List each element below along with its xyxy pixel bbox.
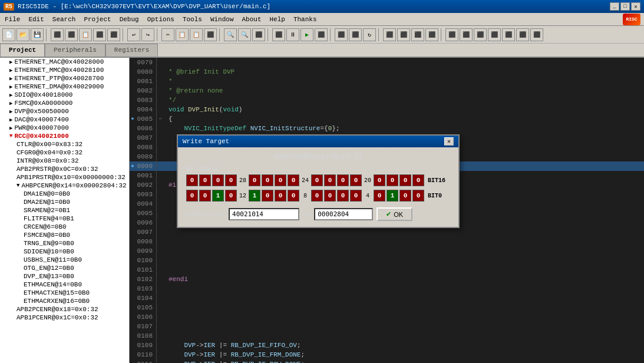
bit-0[interactable]: 0 (412, 190, 424, 202)
tree-item-dac[interactable]: ▶DAC@0x40007400 (0, 116, 129, 124)
tb-b1[interactable]: ⬛ (93, 28, 106, 41)
tb-copy2[interactable]: ⬛ (51, 28, 64, 41)
tb-play[interactable]: ▶ (300, 28, 313, 41)
tree-item-usbhs-en[interactable]: USBHS_EN@11=0B0 (0, 256, 129, 264)
bit-27[interactable]: 0 (249, 174, 260, 186)
tb-undo[interactable]: ↩ (127, 28, 140, 41)
bit-8[interactable]: 0 (288, 190, 299, 202)
tb-d2[interactable]: ⬛ (349, 28, 362, 41)
tb-b2[interactable]: ⬛ (107, 28, 120, 41)
tree-item-ahbpcenr[interactable]: ▼AHBPCENR@0x14=0x00002804:32 (0, 182, 129, 190)
tb-e2[interactable]: ⬛ (397, 28, 410, 41)
menu-debug[interactable]: Debug (116, 15, 143, 24)
title-bar-controls[interactable]: _ □ ✕ (610, 2, 640, 11)
bit-11[interactable]: 1 (249, 190, 260, 202)
tree-item-dma2en[interactable]: DMA2EN@1=0B0 (0, 198, 129, 206)
value-input[interactable] (314, 208, 373, 220)
tb-f4[interactable]: ⬛ (488, 28, 501, 41)
tb-f5[interactable]: ⬛ (502, 28, 515, 41)
menu-tools[interactable]: Tools (179, 15, 206, 24)
tb-open[interactable]: 📂 (16, 28, 29, 41)
tab-project[interactable]: Project (0, 44, 45, 57)
tb-pause[interactable]: ⏸ (286, 28, 299, 41)
tree-item-dma1en[interactable]: DMA1EN@0=0B0 (0, 190, 129, 198)
address-input[interactable] (229, 208, 299, 220)
tree-item-ethernet-mac[interactable]: ▶ETHERNET_MAC@0x40028000 (0, 58, 129, 66)
menu-project[interactable]: Project (80, 15, 114, 24)
tb-e3[interactable]: ⬛ (411, 28, 424, 41)
bit-2[interactable]: 1 (387, 190, 398, 202)
tree-item-ethernet-dma[interactable]: ▶ETHERNET_DMA@0x40029000 (0, 82, 129, 91)
tab-peripherals[interactable]: Peripherals (45, 44, 105, 57)
tree-item-apb2prstr[interactable]: APB2PRSTR@0x0C=0x0:32 (0, 165, 129, 173)
ok-button[interactable]: ✔ OK (377, 207, 412, 221)
tb-search[interactable]: 🔍 (224, 28, 237, 41)
menu-help[interactable]: Help (266, 15, 289, 24)
bit-24[interactable]: 0 (288, 174, 299, 186)
bit-25[interactable]: 0 (275, 174, 286, 186)
tree-item-dvp-en[interactable]: DVP_EN@13=0B0 (0, 272, 129, 280)
bit-10[interactable]: 0 (262, 190, 273, 202)
bit-21[interactable]: 0 (337, 174, 349, 186)
tree-item-cfgr0[interactable]: CFGR0@0x04=0x0:32 (0, 148, 129, 157)
dialog-close-button[interactable]: ✕ (444, 137, 454, 146)
tb-e4[interactable]: ⬛ (425, 28, 438, 41)
tree-item-dvp[interactable]: ▶DVP@0x50050000 (0, 107, 129, 116)
bit-12[interactable]: 0 (225, 190, 237, 202)
bit-1[interactable]: 0 (399, 190, 411, 202)
tb-c2[interactable]: 📋 (176, 28, 189, 41)
bit-30[interactable]: 0 (199, 174, 211, 186)
bit-18[interactable]: 0 (387, 174, 398, 186)
tb-save[interactable]: 💾 (31, 28, 44, 41)
code-panel[interactable]: 0079 0080 * @brief Init DVP 0081 * 0082 … (130, 58, 644, 363)
bit-20[interactable]: 0 (350, 174, 362, 186)
close-button[interactable]: ✕ (631, 2, 640, 11)
tb-c4[interactable]: ⬛ (204, 28, 217, 41)
write-target-dialog[interactable]: Write Target ✕ AHBPCENR@0x14=0x14:32 Bit… (177, 134, 460, 228)
menu-thanks[interactable]: Thanks (290, 15, 321, 24)
tb-redo[interactable]: ↪ (141, 28, 154, 41)
tree-item-intr[interactable]: INTR@0x08=0x0:32 (0, 157, 129, 165)
bit-31[interactable]: 0 (186, 174, 198, 186)
tb-s2[interactable]: 🔍 (238, 28, 251, 41)
tree-item-rcc[interactable]: ▼RCC@0x40021000 (0, 132, 129, 140)
tb-f3[interactable]: ⬛ (474, 28, 487, 41)
menu-edit[interactable]: Edit (25, 15, 47, 24)
bit-17[interactable]: 0 (399, 174, 411, 186)
tb-s3[interactable]: ⬛ (252, 28, 265, 41)
tb-e1[interactable]: ⬛ (383, 28, 396, 41)
bit-15[interactable]: 0 (186, 190, 198, 202)
bit-3[interactable]: 0 (374, 190, 385, 202)
bit-14[interactable]: 0 (199, 190, 211, 202)
tree-item-ethernet-mmc[interactable]: ▶ETHERNET_MMC@0x40028100 (0, 66, 129, 74)
tb-new[interactable]: 📄 (2, 28, 15, 41)
tree-item-ctlr[interactable]: CTLR@0x00=0x83:32 (0, 140, 129, 148)
tree-item-trng-en[interactable]: TRNG_EN@9=0B0 (0, 239, 129, 248)
bit-29[interactable]: 0 (212, 174, 224, 186)
tree-item-ethernet-ptp[interactable]: ▶ETHERNET_PTP@0x40028700 (0, 74, 129, 82)
tb-cut[interactable]: ✂ (161, 28, 174, 41)
bit-19[interactable]: 0 (374, 174, 385, 186)
maximize-button[interactable]: □ (620, 2, 630, 11)
tree-item-apb1pcenr[interactable]: APB1PCENR@0x1C=0x0:32 (0, 314, 129, 322)
tree-item-fsmc[interactable]: ▶FSMC@0xA0000000 (0, 99, 129, 107)
tree-item-sdio[interactable]: ▶SDIO@0x40018000 (0, 91, 129, 99)
tb-run[interactable]: ⬛ (272, 28, 285, 41)
bit-4[interactable]: 0 (350, 190, 362, 202)
bit-9[interactable]: 0 (275, 190, 286, 202)
tree-item-crcen[interactable]: CRCEN@6=0B0 (0, 223, 129, 231)
tb-copy3[interactable]: ⬛ (65, 28, 78, 41)
tb-paste[interactable]: 📋 (79, 28, 92, 41)
tree-item-apb2pcenr[interactable]: APB2PCENR@0x18=0x0:32 (0, 305, 129, 314)
tree-item-ethmactxen[interactable]: ETHMACTXEN@15=0B0 (0, 289, 129, 297)
bit-23[interactable]: 0 (311, 174, 323, 186)
tb-c3[interactable]: 📋 (190, 28, 203, 41)
left-panel[interactable]: ▶ETHERNET_MAC@0x40028000 ▶ETHERNET_MMC@0… (0, 58, 130, 363)
minimize-button[interactable]: _ (610, 2, 619, 11)
bit-22[interactable]: 0 (324, 174, 336, 186)
tab-registers[interactable]: Registers (105, 44, 158, 57)
menu-options[interactable]: Options (144, 15, 178, 24)
tb-f6[interactable]: ⬛ (516, 28, 529, 41)
tree-item-flitfen[interactable]: FLITFEN@4=0B1 (0, 214, 129, 223)
tb-d3[interactable]: ↻ (363, 28, 376, 41)
